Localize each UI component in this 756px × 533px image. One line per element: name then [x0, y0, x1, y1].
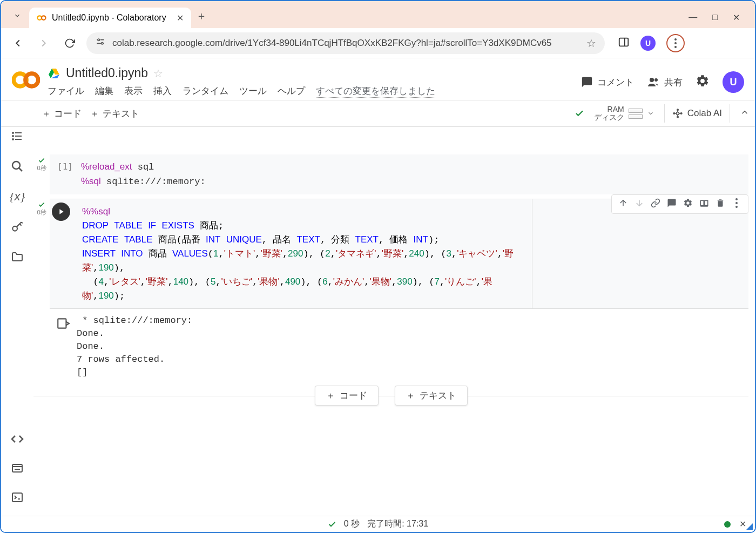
- svg-point-46: [735, 202, 738, 204]
- url-bar[interactable]: colab.research.google.com/drive/1Ycf34-8…: [86, 32, 605, 54]
- svg-point-14: [25, 73, 38, 86]
- toc-icon[interactable]: [10, 129, 25, 144]
- url-text: colab.research.google.com/drive/1Ycf34-8…: [112, 38, 552, 49]
- status-done: 完了時間: 17:31: [367, 518, 428, 530]
- svg-rect-8: [619, 38, 629, 46]
- svg-point-30: [12, 138, 14, 140]
- cell-toolbar: [611, 194, 748, 214]
- checkmark-icon: [38, 157, 45, 164]
- checkmark-icon: [328, 520, 336, 529]
- svg-point-10: [674, 38, 677, 41]
- variables-icon[interactable]: {x}: [10, 189, 25, 204]
- save-status: すべての変更を保存しました: [316, 85, 435, 98]
- add-text-button[interactable]: ＋テキスト: [90, 107, 139, 120]
- chevron-down-icon[interactable]: [647, 110, 654, 117]
- menu-file[interactable]: ファイル: [48, 85, 84, 98]
- svg-rect-43: [705, 201, 708, 206]
- svg-point-1: [42, 16, 46, 20]
- cell-timing: 0秒: [37, 208, 46, 217]
- svg-rect-35: [12, 464, 22, 472]
- svg-point-17: [676, 112, 679, 115]
- notebook-filename[interactable]: Untitled0.ipynb: [66, 66, 148, 80]
- collapse-icon[interactable]: [740, 107, 750, 120]
- secrets-icon[interactable]: [10, 219, 25, 234]
- reload-button[interactable]: [60, 34, 79, 52]
- menu-insert[interactable]: 挿入: [153, 85, 172, 98]
- back-button[interactable]: [9, 34, 27, 52]
- settings-gear-icon[interactable]: [696, 74, 710, 90]
- command-palette-icon[interactable]: [10, 461, 25, 476]
- checkmark-icon: [38, 201, 45, 208]
- code-snippets-icon[interactable]: [10, 431, 25, 447]
- svg-rect-42: [700, 201, 704, 206]
- menu-help[interactable]: ヘルプ: [278, 85, 305, 98]
- svg-point-2: [98, 39, 99, 41]
- browser-menu-icon[interactable]: [666, 34, 685, 52]
- cell-output: * sqlite:///:memory: Done. Done. 7 rows …: [77, 314, 192, 379]
- move-up-icon[interactable]: [618, 198, 628, 210]
- more-icon[interactable]: [732, 198, 741, 210]
- cell-settings-icon[interactable]: [683, 198, 693, 210]
- terminal-icon[interactable]: [10, 490, 25, 505]
- svg-point-5: [102, 43, 103, 44]
- insert-text-button[interactable]: ＋テキスト: [395, 386, 468, 406]
- menu-tools[interactable]: ツール: [239, 85, 267, 98]
- svg-point-11: [674, 42, 677, 44]
- add-code-button[interactable]: ＋コード: [42, 107, 82, 120]
- comment-button[interactable]: コメント: [581, 76, 634, 89]
- insert-code-button[interactable]: ＋コード: [315, 386, 379, 406]
- delete-icon[interactable]: [716, 198, 725, 210]
- svg-rect-38: [12, 493, 22, 502]
- mirror-icon[interactable]: [699, 198, 709, 210]
- link-icon[interactable]: [651, 198, 660, 210]
- close-window-icon[interactable]: ✕: [733, 12, 740, 23]
- browser-tab[interactable]: Untitled0.ipynb - Colaboratory ✕: [29, 8, 191, 28]
- svg-point-16: [654, 78, 658, 82]
- resource-indicator[interactable]: RAMディスク: [594, 105, 654, 122]
- svg-rect-48: [58, 319, 66, 328]
- checkmark-icon: [575, 109, 584, 118]
- site-settings-icon[interactable]: [95, 36, 106, 50]
- colab-logo-icon[interactable]: [12, 66, 40, 94]
- svg-point-12: [674, 46, 677, 48]
- status-sec: 0 秒: [344, 518, 360, 530]
- star-icon[interactable]: ☆: [153, 67, 163, 80]
- svg-point-26: [12, 132, 14, 134]
- connection-dot-icon: [724, 521, 731, 528]
- svg-point-45: [735, 198, 738, 200]
- colab-ai-button[interactable]: Colab AI: [664, 104, 730, 123]
- search-icon[interactable]: [10, 159, 25, 174]
- tab-dropdown[interactable]: [5, 5, 29, 26]
- svg-point-28: [12, 135, 14, 137]
- output-icon[interactable]: [50, 314, 77, 379]
- comment-icon[interactable]: [667, 198, 677, 210]
- svg-rect-27: [15, 132, 22, 133]
- menu-edit[interactable]: 編集: [95, 85, 113, 98]
- tab-title: Untitled0.ipynb - Colaboratory: [52, 13, 166, 23]
- minimize-icon[interactable]: ―: [688, 12, 697, 23]
- drive-icon: [48, 67, 60, 80]
- bookmark-star-icon[interactable]: ☆: [586, 37, 596, 50]
- profile-avatar[interactable]: U: [723, 71, 744, 93]
- menu-view[interactable]: 表示: [124, 85, 143, 98]
- run-cell-button[interactable]: [52, 203, 70, 221]
- svg-rect-29: [15, 136, 22, 137]
- svg-point-15: [650, 78, 654, 82]
- share-button[interactable]: 共有: [647, 76, 683, 89]
- colab-favicon: [37, 13, 46, 23]
- svg-rect-31: [15, 139, 22, 140]
- move-down-icon[interactable]: [634, 198, 644, 210]
- maximize-icon[interactable]: □: [712, 12, 718, 23]
- profile-avatar-small[interactable]: U: [640, 36, 656, 51]
- tab-close-icon[interactable]: ✕: [177, 13, 184, 23]
- code-cell-2[interactable]: %%sqlDROP TABLE IF EXISTS 商品;CREATE TABL…: [75, 199, 532, 308]
- files-icon[interactable]: [10, 249, 25, 265]
- svg-line-33: [19, 168, 22, 171]
- panel-icon[interactable]: [618, 36, 630, 50]
- forward-button[interactable]: [35, 34, 53, 52]
- new-tab-button[interactable]: ＋: [191, 5, 212, 26]
- resize-grip-icon[interactable]: [745, 522, 753, 530]
- svg-point-32: [12, 161, 20, 169]
- code-cell-1[interactable]: [1]%reload_ext sql%sql sqlite:///:memory…: [50, 154, 748, 194]
- menu-runtime[interactable]: ランタイム: [183, 85, 228, 98]
